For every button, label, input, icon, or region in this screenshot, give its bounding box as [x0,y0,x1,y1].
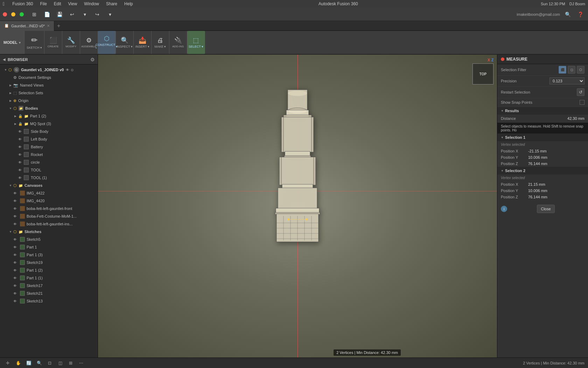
tree-canvas-item[interactable]: 👁boba-fett-left-gauntlet-front [0,205,98,212]
tree-mq-spot[interactable]: ▶ 🔒 📁 MQ Spot (3) [0,120,98,128]
settings-btn[interactable]: ❓ [575,9,585,19]
tree-named-views-label: Named Views [20,83,44,87]
save-btn[interactable]: 💾 [55,9,64,19]
close-window-btn[interactable] [3,12,7,16]
grid-view-btn[interactable]: ⊞ [29,9,39,19]
sel1-posz-row: Position Z 76.144 mm [497,161,588,167]
tree-canvas-item[interactable]: 👁Boba-Fett-Costume-MoM-1... [0,212,98,220]
tree-canvas-item[interactable]: 👁IMG_4422 [0,189,98,197]
orientation-cube[interactable]: TOP [472,63,493,84]
ribbon-btn-addins[interactable]: 🔌 ADD-INS [171,34,186,51]
sel2-posy-value: 10.006 mm [528,189,547,193]
tree-body-item[interactable]: 👁TOOL [0,166,98,174]
tree-sketch-item[interactable]: 👁Sketch13 [0,297,98,305]
ribbon-btn-inspect[interactable]: 🔍 INSPECT▾ [117,34,132,51]
tree-sketch-item[interactable]: 👁Sketch21 [0,289,98,297]
apple-icon[interactable]:  [3,1,5,7]
user-name: DJ Boom [569,2,585,6]
status-btn-zoom[interactable]: 🔍 [35,359,43,367]
snap-points-row: Show Snap Points [497,98,588,107]
browser-settings-icon[interactable]: ⚙ [90,57,95,62]
close-btn[interactable]: Close [537,205,554,213]
ribbon-btn-assemble[interactable]: ⚙ ASSEMBLE [82,34,96,51]
info-icon[interactable]: i [501,206,507,212]
undo-dropdown-btn[interactable]: ▾ [80,9,90,19]
distance-row: Distance 42.30 mm [497,115,588,123]
minimize-window-btn[interactable] [11,12,15,16]
precision-select[interactable]: 0.123 [550,77,584,84]
ribbon-group-create: ⬛ CREATE [44,31,62,54]
redo-dropdown-btn[interactable]: ▾ [105,9,115,19]
search-btn[interactable]: 🔍 [563,9,573,19]
menu-window[interactable]: Window [81,1,102,6]
status-btn-orbit[interactable]: 🔄 [24,359,33,367]
tree-canvases[interactable]: ▼ ⬡ 📁 Canvases [0,182,98,189]
tree-selection-sets[interactable]: ▶ ⬚ Selection Sets [0,89,98,97]
results-arrow-icon: ▼ [501,109,504,113]
selection1-header[interactable]: ▼ Selection 1 [497,134,588,141]
app-menu-fusion[interactable]: Fusion 360 [9,1,36,6]
status-btn-more[interactable]: ⋯ [77,359,85,367]
ribbon-btn-construct[interactable]: ⬡ CONSTRUCT *▾ [99,34,114,51]
menu-share[interactable]: Share [103,1,120,6]
filter-btn-3[interactable]: ⬡ [577,66,584,74]
tree-sketch-item[interactable]: 👁Part 1 (3) [0,251,98,259]
ribbon-btn-insert[interactable]: 📥 INSERT▾ [135,34,150,51]
tree-named-views[interactable]: ▶ 📷 Named Views [0,81,98,89]
tree-sketch-item[interactable]: 👁Sketch5 [0,236,98,243]
tree-body-item[interactable]: 👁Side Body [0,128,98,135]
snap-points-checkbox[interactable] [580,100,584,105]
ribbon-btn-extrude[interactable]: ⬛ CREATE [46,34,61,51]
tree-canvas-item[interactable]: 👁IMG_4420 [0,197,98,205]
tree-canvas-item[interactable]: 👁boba-fett-left-gauntlet-ins... [0,220,98,228]
mac-titlebar:  Fusion 360 File Edit View Window Share… [0,0,588,8]
redo-btn[interactable]: ↪ [92,9,102,19]
tab-add-btn[interactable]: + [54,23,63,29]
tree-sketch-item[interactable]: 👁Part 1 (1) [0,274,98,282]
menu-help[interactable]: Help [121,1,136,6]
maximize-window-btn[interactable] [20,12,24,16]
ribbon-group-select: ⬚ SELECT▾ [187,31,205,54]
menu-view[interactable]: View [65,1,80,6]
viewport[interactable]: .model-line { stroke: #333; stroke-width… [98,55,497,357]
status-btn-move[interactable]: ✛ [4,359,12,367]
ribbon-btn-sketch[interactable]: ✏ SKETCH▾ [26,33,43,52]
undo-btn[interactable]: ↩ [67,9,77,19]
tree-sketches[interactable]: ▼ ⬡ 📁 Sketches [0,228,98,236]
filter-btn-1[interactable]: ⬛ [559,66,566,74]
ribbon-btn-make[interactable]: 🖨 MAKE▾ [153,34,168,51]
ribbon-model-section: MODEL ▾ [0,31,24,54]
ribbon-btn-select[interactable]: ⬚ SELECT▾ [189,34,203,51]
selection2-header[interactable]: ▼ Selection 2 [497,167,588,175]
tree-sketch-item[interactable]: 👁Sketch19 [0,259,98,266]
results-section-header[interactable]: ▼ Results [497,107,588,115]
document-btn[interactable]: 📄 [42,9,52,19]
tree-bodies[interactable]: ▼ ⬡ 📁 Bodies [0,104,98,112]
ribbon-btn-modify[interactable]: 🔧 MODIFY [64,34,78,51]
restart-btn[interactable]: ↺ [577,88,584,96]
status-btn-grid[interactable]: ⊞ [66,359,75,367]
tree-body-item[interactable]: 👁Left Body [0,135,98,143]
tree-sketch-item[interactable]: 👁Part 1 [0,243,98,251]
tree-root[interactable]: ▼ ⬡ G Gauntlet v1_JOINED v0 👁 ⊙ [0,66,98,74]
status-btn-zoomfit[interactable]: ⊡ [46,359,54,367]
tree-doc-settings[interactable]: ⚙ Document Settings [0,74,98,81]
tree-body-item[interactable]: 👁TOOL (1) [0,174,98,182]
filter-btn-2[interactable]: ◻ [568,66,575,74]
tree-body-item[interactable]: 👁Rocket [0,151,98,158]
tree-sketch-item[interactable]: 👁Sketch17 [0,282,98,289]
tree-origin[interactable]: ▶ ⊕ Origin [0,97,98,104]
model-dropdown-icon[interactable]: ▾ [19,41,21,45]
tab-close-btn[interactable]: ✕ [47,24,50,28]
tree-sketch-item[interactable]: 👁Part 1 (2) [0,266,98,274]
menu-edit[interactable]: Edit [51,1,64,6]
tree-body-item[interactable]: 👁Battery [0,143,98,151]
tab-gauntlet[interactable]: 📋 Gauntlet...INED v0* ✕ [0,21,54,31]
window-title: Autodesk Fusion 360 [318,1,358,6]
status-btn-display[interactable]: ◫ [56,359,64,367]
menu-file[interactable]: File [37,1,50,6]
status-btn-pan[interactable]: ✋ [14,359,22,367]
tree-part1[interactable]: ▶ 🔒 📁 Part 1 (2) [0,112,98,120]
tree-body-item[interactable]: 👁circle [0,158,98,166]
browser-collapse-btn[interactable]: ◀ [3,57,6,61]
